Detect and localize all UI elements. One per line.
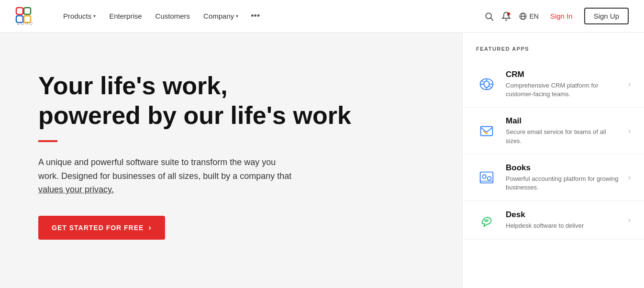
mail-chevron-icon: › [628,127,631,135]
language-selector[interactable]: EN [519,12,538,21]
books-icon [476,167,497,188]
crm-info: CRM Comprehensive CRM platform for custo… [506,70,620,99]
svg-point-15 [488,177,491,180]
books-chevron-icon: › [628,173,631,182]
nav-more-button[interactable]: ••• [246,7,265,25]
svg-rect-0 [16,8,23,14]
app-item-desk[interactable]: Desk Helpdesk software to deliver › [463,201,644,240]
svg-text:ZOHO: ZOHO [17,21,33,26]
notification-icon[interactable]: 1 [501,11,511,21]
nav-customers[interactable]: Customers [150,8,196,24]
main-nav: Products ▾ Enterprise Customers Company … [57,7,484,25]
hero-divider [38,140,57,142]
nav-enterprise[interactable]: Enterprise [103,8,147,24]
sign-in-button[interactable]: Sign In [546,10,577,22]
nav-products[interactable]: Products ▾ [57,8,101,24]
cta-arrow-icon: › [148,223,151,232]
svg-rect-1 [24,8,31,14]
company-chevron-icon: ▾ [236,13,238,19]
featured-apps-title: FEATURED APPS [463,46,644,61]
crm-chevron-icon: › [628,80,631,89]
desk-chevron-icon: › [628,216,631,224]
desk-info: Desk Helpdesk software to deliver [506,210,620,230]
sign-up-button[interactable]: Sign Up [584,8,629,24]
books-info: Books Powerful accounting platform for g… [506,163,620,192]
svg-point-5 [486,13,492,19]
main-content: Your life's work,powered by our life's w… [0,33,644,288]
hero-title: Your life's work,powered by our life's w… [38,71,433,131]
privacy-link[interactable]: values your privacy. [38,185,114,194]
search-icon[interactable] [484,11,494,21]
svg-point-14 [482,175,486,178]
crm-icon [476,74,497,95]
hero-subtitle: A unique and powerful software suite to … [38,155,297,197]
featured-apps-panel: FEATURED APPS CRM Comprehensive CRM plat… [462,33,644,288]
app-item-mail[interactable]: Mail Secure email service for teams of a… [463,108,644,154]
mail-info: Mail Secure email service for teams of a… [506,116,620,145]
header-right: 1 EN Sign In Sign Up [484,8,629,24]
products-chevron-icon: ▾ [93,13,96,19]
nav-company[interactable]: Company ▾ [198,8,244,24]
mail-icon [476,121,497,142]
app-item-books[interactable]: Books Powerful accounting platform for g… [463,155,644,201]
desk-icon [476,210,497,231]
hero-section: Your life's work,powered by our life's w… [0,33,462,288]
svg-line-6 [491,18,493,20]
logo[interactable]: ZOHO [15,4,42,29]
app-item-crm[interactable]: CRM Comprehensive CRM platform for custo… [463,61,644,108]
get-started-button[interactable]: GET STARTED FOR FREE › [38,216,165,240]
main-header: ZOHO Products ▾ Enterprise Customers Com… [0,0,644,33]
